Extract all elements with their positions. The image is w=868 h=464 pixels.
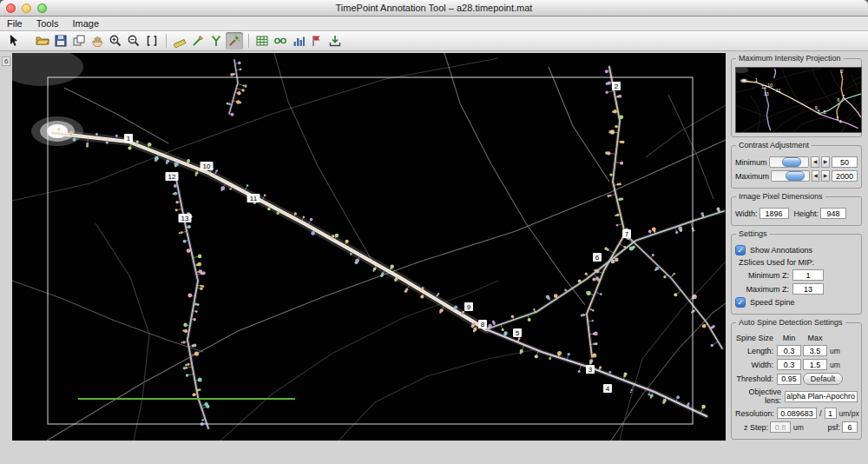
- spine-marker: [199, 388, 201, 391]
- image-canvas[interactable]: 12345678910111213: [12, 53, 726, 441]
- spine-marker: [148, 143, 152, 147]
- copy-view-icon[interactable]: [70, 32, 88, 50]
- title-bar[interactable]: TimePoint Annotation Tool – a28.timepoin…: [0, 0, 868, 17]
- spine-marker: [187, 249, 191, 253]
- draw-dendrite-icon[interactable]: [189, 32, 207, 50]
- mip-thumbnail[interactable]: 12345678910111213: [735, 67, 862, 133]
- spine-marker: [600, 293, 602, 295]
- spine-marker: [674, 293, 677, 296]
- pan-hand-icon[interactable]: [89, 32, 106, 50]
- zoom-in-icon[interactable]: [107, 32, 124, 50]
- microscopy-image[interactable]: 12345678910111213: [12, 53, 726, 441]
- spine-marker: [106, 141, 108, 143]
- spine-marker: [175, 209, 178, 211]
- min-slider-right-arrow[interactable]: ▶: [821, 156, 830, 168]
- min-z-input[interactable]: [792, 269, 824, 281]
- spine-marker: [350, 253, 352, 255]
- max-contrast-input[interactable]: [832, 170, 858, 182]
- toolbar: [0, 31, 868, 51]
- spine-table-icon[interactable]: [253, 32, 271, 50]
- svg-text:4: 4: [606, 385, 610, 393]
- zoom-out-icon[interactable]: [125, 32, 142, 50]
- min-contrast-slider[interactable]: [769, 156, 809, 168]
- spine-marker: [592, 354, 596, 358]
- min-contrast-input[interactable]: [832, 156, 858, 168]
- height-label: Height:: [794, 209, 819, 218]
- spine-marker: [264, 194, 266, 196]
- menu-image[interactable]: Image: [72, 18, 99, 29]
- spine-marker: [294, 212, 297, 215]
- save-icon[interactable]: [52, 32, 69, 50]
- menu-file[interactable]: File: [7, 18, 23, 29]
- ruler-icon[interactable]: [171, 32, 188, 50]
- spine-marker: [202, 285, 205, 288]
- svg-text:5: 5: [516, 329, 520, 337]
- auto-detect-icon[interactable]: [226, 32, 243, 50]
- threshold-input[interactable]: [777, 374, 801, 385]
- spine-marker: [615, 258, 619, 262]
- zoom-fit-icon[interactable]: [143, 32, 161, 50]
- threshold-label: Threshold:: [735, 375, 775, 383]
- max-slider-left-arrow[interactable]: ◀: [812, 170, 820, 182]
- max-z-input[interactable]: [792, 283, 824, 295]
- max-contrast-label: Maximum: [735, 172, 769, 181]
- dimensions-group: Image Pixel Dimensions Width: Height:: [731, 196, 862, 226]
- spine-marker: [648, 229, 652, 233]
- add-spine-icon[interactable]: [207, 32, 225, 50]
- objective-label: Objective lens:: [735, 388, 783, 405]
- spine-marker: [616, 224, 619, 227]
- spine-marker: [182, 341, 185, 343]
- pointer-tool-icon[interactable]: [5, 32, 23, 50]
- spine-marker: [183, 323, 187, 328]
- histogram-icon[interactable]: [290, 32, 307, 50]
- width-min-input[interactable]: [777, 359, 801, 370]
- min-slider-thumb[interactable]: [782, 157, 801, 167]
- length-row: Length: um: [735, 345, 858, 356]
- mip-annotation-label: 12: [761, 84, 766, 89]
- width-max-input[interactable]: [803, 359, 827, 370]
- svg-text:2: 2: [615, 83, 619, 90]
- spine-marker: [200, 288, 202, 290]
- close-button[interactable]: [6, 3, 16, 13]
- default-button[interactable]: Default: [803, 373, 843, 385]
- speed-spine-checkbox[interactable]: ✓: [735, 297, 746, 308]
- spine-marker: [186, 374, 189, 377]
- min-slider-left-arrow[interactable]: ◀: [811, 156, 819, 168]
- length-min-input[interactable]: [777, 345, 801, 356]
- psf-input[interactable]: [842, 421, 858, 433]
- spine-marker: [187, 294, 192, 298]
- contrast-group-title: Contrast Adjustment: [736, 141, 812, 149]
- max-slider-thumb[interactable]: [786, 171, 805, 181]
- svg-text:3: 3: [589, 366, 593, 374]
- mip-annotation-label: 11: [776, 88, 781, 93]
- spine-marker: [676, 395, 680, 399]
- length-max-input[interactable]: [803, 345, 827, 356]
- app-window: TimePoint Annotation Tool – a28.timepoin…: [0, 0, 868, 464]
- export-icon[interactable]: [326, 32, 344, 50]
- spine-marker: [535, 355, 538, 358]
- mip-group-title: Maximum Intensity Projection: [736, 54, 844, 63]
- spine-marker: [652, 254, 654, 256]
- link-timepoints-icon[interactable]: [272, 32, 289, 50]
- open-file-icon[interactable]: [34, 32, 51, 50]
- spine-marker: [73, 138, 76, 142]
- maximize-button[interactable]: [37, 3, 47, 13]
- zslices-row: ZSlices Used for MIP:: [735, 258, 858, 267]
- window-controls: [6, 3, 47, 13]
- objective-lens-input[interactable]: [785, 391, 858, 402]
- spine-marker: [241, 89, 244, 91]
- spine-marker: [711, 344, 713, 347]
- minimize-button[interactable]: [22, 3, 31, 13]
- spine-marker: [345, 240, 349, 243]
- show-annotations-checkbox[interactable]: ✓: [735, 245, 746, 255]
- pane-number-label: 6: [2, 56, 10, 66]
- resolution-input[interactable]: [777, 408, 817, 419]
- max-contrast-slider[interactable]: [771, 170, 810, 182]
- menu-tools[interactable]: Tools: [36, 18, 59, 29]
- flag-icon[interactable]: [308, 32, 326, 50]
- settings-group: Settings ✓ Show Annotations ZSlices Used…: [731, 234, 862, 315]
- resolution-alt-input[interactable]: [825, 408, 837, 419]
- spine-size-column-header: Spine Size: [735, 334, 775, 342]
- max-slider-right-arrow[interactable]: ▶: [821, 170, 830, 182]
- spine-marker: [229, 188, 231, 189]
